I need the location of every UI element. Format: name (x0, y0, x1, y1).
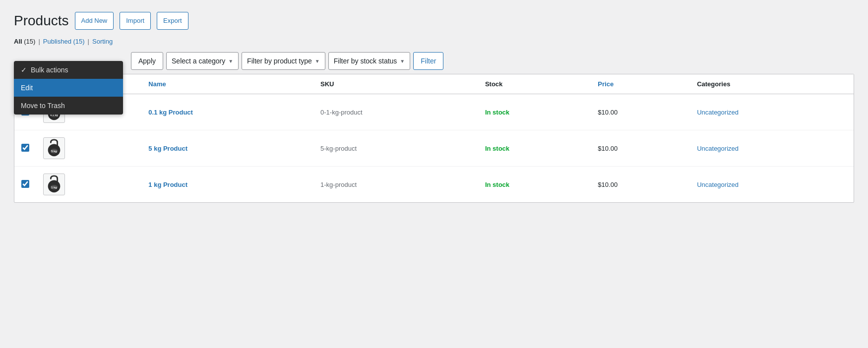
stock-status: In stock (485, 145, 509, 152)
import-button[interactable]: Import (120, 12, 151, 30)
product-sku: 1-kg-product (313, 167, 478, 203)
product-image: 5 kg (43, 137, 65, 159)
product-sku: 5-kg-product (313, 130, 478, 167)
category-placeholder-label: Select a category (172, 57, 225, 65)
stock-status: In stock (485, 181, 509, 188)
product-type-chevron-icon: ▼ (315, 58, 320, 64)
col-header-categories: Categories (690, 74, 854, 94)
row-checkbox[interactable] (21, 144, 29, 152)
svg-text:5 kg: 5 kg (51, 150, 57, 153)
products-table-wrap: Name SKU Stock Price Categories 0.1 kg 0… (14, 74, 854, 203)
bulk-actions-dropdown: ✓ Bulk actions Edit Move to Trash (14, 61, 123, 115)
product-type-dropdown[interactable]: Filter by product type ▼ (242, 52, 325, 70)
bulk-actions-label: Bulk actions (31, 66, 68, 74)
toolbar: ✓ Bulk actions Edit Move to Trash Apply … (14, 52, 854, 70)
product-price: $10.00 (591, 94, 690, 130)
stock-status-dropdown[interactable]: Filter by stock status ▼ (328, 52, 411, 70)
col-header-sku: SKU (313, 74, 478, 94)
sub-nav-all: All (15) (14, 38, 35, 45)
row-checkbox[interactable] (21, 180, 29, 188)
sub-nav-sorting[interactable]: Sorting (92, 38, 113, 45)
table-header-row: Name SKU Stock Price Categories (14, 74, 854, 94)
page-title: Products (14, 13, 69, 29)
table-row: 0.1 kg 0.1 kg Product0-1-kg-productIn st… (14, 94, 854, 130)
add-new-button[interactable]: Add New (75, 12, 114, 30)
bulk-move-to-trash-item[interactable]: Move to Trash (14, 97, 123, 115)
filter-button[interactable]: Filter (413, 52, 443, 70)
bulk-edit-item[interactable]: Edit (14, 79, 123, 97)
product-type-placeholder-label: Filter by product type (247, 57, 312, 65)
checkmark-icon: ✓ (21, 66, 27, 74)
page-header: Products Add New Import Export (14, 12, 854, 30)
stock-status: In stock (485, 109, 509, 116)
col-header-price[interactable]: Price (591, 74, 690, 94)
sub-nav: All (15) | Published (15) | Sorting (14, 38, 854, 45)
product-name-link[interactable]: 0.1 kg Product (148, 109, 193, 116)
category-chevron-icon: ▼ (228, 58, 233, 64)
stock-status-chevron-icon: ▼ (400, 58, 405, 64)
product-category-link[interactable]: Uncategorized (697, 181, 739, 188)
products-table: Name SKU Stock Price Categories 0.1 kg 0… (14, 74, 854, 202)
bulk-actions-header[interactable]: ✓ Bulk actions (14, 61, 123, 79)
product-category-link[interactable]: Uncategorized (697, 145, 739, 152)
product-price: $10.00 (591, 167, 690, 203)
sub-nav-published[interactable]: Published (15) (43, 38, 85, 45)
svg-text:1 kg: 1 kg (51, 186, 57, 189)
product-price: $10.00 (591, 130, 690, 167)
export-button[interactable]: Export (157, 12, 188, 30)
product-sku: 0-1-kg-product (313, 94, 478, 130)
apply-button[interactable]: Apply (131, 52, 163, 70)
product-image: 1 kg (43, 174, 65, 195)
product-name-link[interactable]: 1 kg Product (148, 181, 187, 188)
table-row: 1 kg 1 kg Product1-kg-productIn stock$10… (14, 167, 854, 203)
col-header-stock: Stock (478, 74, 591, 94)
stock-status-placeholder-label: Filter by stock status (334, 57, 397, 65)
col-header-name[interactable]: Name (141, 74, 313, 94)
table-row: 5 kg 5 kg Product5-kg-productIn stock$10… (14, 130, 854, 167)
category-dropdown[interactable]: Select a category ▼ (166, 52, 239, 70)
product-name-link[interactable]: 5 kg Product (148, 145, 187, 152)
product-category-link[interactable]: Uncategorized (697, 109, 739, 116)
